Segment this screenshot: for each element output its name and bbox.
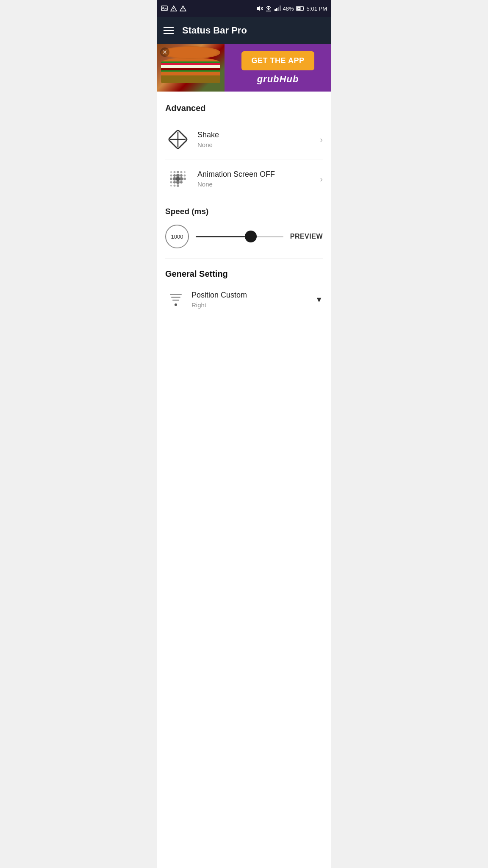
svg-point-42 [173, 181, 176, 184]
slider-track [196, 236, 283, 237]
position-dropdown-arrow[interactable]: ▼ [315, 295, 323, 304]
position-custom-item[interactable]: Position Custom Right ▼ [165, 287, 323, 317]
speed-label: Speed (ms) [165, 207, 323, 216]
ad-close-button[interactable]: ✕ [160, 47, 169, 57]
svg-point-27 [174, 171, 176, 173]
position-subtitle: Right [191, 301, 310, 309]
download-icon [265, 5, 272, 12]
shake-text: Shake None [191, 131, 320, 148]
animation-subtitle: None [197, 181, 313, 188]
slider-fill [196, 236, 251, 237]
svg-point-40 [183, 178, 186, 180]
hamburger-menu[interactable] [164, 27, 174, 34]
svg-point-4 [173, 10, 174, 11]
preview-button[interactable]: PREVIEW [290, 233, 323, 240]
svg-point-36 [170, 178, 172, 180]
svg-point-28 [177, 171, 179, 173]
svg-point-35 [184, 175, 186, 177]
shake-icon-container [165, 127, 191, 152]
svg-rect-13 [274, 9, 276, 11]
shake-subtitle: None [197, 141, 313, 148]
svg-point-33 [176, 174, 180, 177]
svg-point-45 [170, 185, 172, 186]
svg-point-30 [184, 171, 186, 173]
svg-point-7 [183, 10, 183, 11]
ad-brand: grubHub [257, 74, 299, 85]
position-custom-icon [165, 294, 186, 306]
svg-point-31 [170, 175, 172, 177]
svg-point-47 [177, 184, 179, 187]
general-setting-section: General Setting Position Custom Right ▼ [157, 259, 331, 317]
general-section-title: General Setting [165, 269, 323, 279]
warning-icon-1 [170, 5, 177, 12]
svg-point-43 [176, 181, 180, 184]
battery-percent: 48% [283, 6, 294, 12]
svg-point-41 [170, 181, 172, 184]
slider-thumb[interactable] [245, 231, 257, 242]
svg-point-44 [180, 181, 183, 184]
position-text: Position Custom Right [186, 291, 315, 309]
position-title: Position Custom [191, 291, 310, 300]
status-bar-right-icons: 48% 5:01 PM [256, 5, 327, 12]
image-icon [161, 5, 168, 12]
app-bar: Status Bar Pro [157, 17, 331, 44]
svg-point-26 [170, 171, 172, 173]
svg-point-39 [180, 177, 183, 181]
app-title: Status Bar Pro [182, 25, 247, 36]
svg-point-46 [174, 185, 176, 187]
animation-title: Animation Screen OFF [197, 170, 313, 179]
svg-marker-8 [257, 6, 260, 11]
animation-text: Animation Screen OFF None [191, 170, 320, 188]
svg-rect-14 [276, 8, 277, 11]
shake-icon [167, 128, 189, 150]
shake-item[interactable]: Shake None › [157, 120, 331, 159]
advanced-section-header: Advanced [157, 92, 331, 120]
status-bar-left-icons [161, 5, 186, 12]
animation-icon-container [165, 166, 191, 192]
animation-arrow: › [320, 174, 323, 184]
speed-control: 1000 PREVIEW [165, 225, 323, 259]
status-bar: 48% 5:01 PM [157, 0, 331, 17]
svg-point-34 [180, 174, 183, 177]
svg-point-29 [180, 171, 183, 173]
svg-point-37 [173, 177, 176, 181]
svg-rect-0 [161, 6, 167, 11]
svg-point-32 [173, 174, 176, 177]
svg-rect-15 [278, 7, 279, 11]
shake-arrow: › [320, 135, 323, 145]
speed-section: Speed (ms) 1000 PREVIEW [157, 198, 331, 259]
animation-icon [167, 168, 189, 190]
ad-banner: GET THE APP grubHub ✕ [157, 44, 331, 92]
get-app-button[interactable]: GET THE APP [241, 51, 315, 70]
warning-icon-2 [180, 5, 186, 12]
status-time: 5:01 PM [307, 6, 327, 12]
mute-icon [256, 5, 263, 12]
svg-point-38 [176, 177, 180, 181]
speed-slider[interactable] [196, 229, 283, 244]
ad-content: GET THE APP grubHub [225, 47, 331, 89]
animation-item[interactable]: Animation Screen OFF None › [157, 159, 331, 198]
svg-rect-16 [280, 6, 281, 11]
main-content: Advanced Shake None › [157, 92, 331, 868]
signal-icon [274, 5, 281, 12]
svg-point-11 [268, 6, 269, 7]
shake-title: Shake [197, 131, 313, 139]
svg-rect-18 [303, 8, 304, 10]
battery-icon [296, 5, 305, 12]
speed-value: 1000 [165, 225, 189, 248]
